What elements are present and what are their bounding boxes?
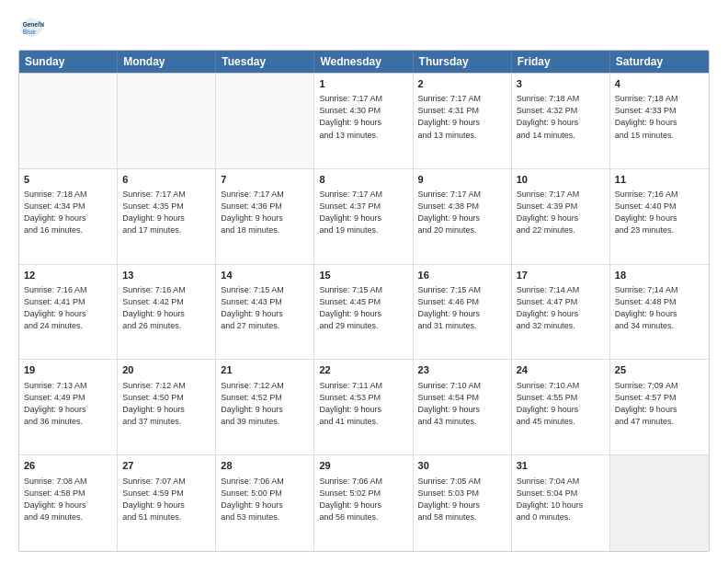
calendar-cell: 31Sunrise: 7:04 AM Sunset: 5:04 PM Dayli…	[512, 455, 610, 551]
calendar-cell: 3Sunrise: 7:18 AM Sunset: 4:32 PM Daylig…	[512, 74, 610, 168]
day-details: Sunrise: 7:10 AM Sunset: 4:55 PM Dayligh…	[517, 380, 605, 428]
day-details: Sunrise: 7:16 AM Sunset: 4:40 PM Dayligh…	[615, 189, 704, 236]
calendar-cell: 10Sunrise: 7:17 AM Sunset: 4:39 PM Dayli…	[512, 169, 610, 264]
calendar-cell	[610, 455, 709, 551]
calendar-cell: 23Sunrise: 7:10 AM Sunset: 4:54 PM Dayli…	[414, 360, 512, 454]
header-cell-saturday: Saturday	[610, 51, 709, 73]
day-number: 7	[221, 173, 309, 187]
calendar-cell: 26Sunrise: 7:08 AM Sunset: 4:58 PM Dayli…	[19, 455, 118, 551]
day-details: Sunrise: 7:14 AM Sunset: 4:47 PM Dayligh…	[517, 284, 605, 332]
page: General Blue SundayMondayTuesdayWednesda…	[0, 0, 728, 563]
day-details: Sunrise: 7:09 AM Sunset: 4:57 PM Dayligh…	[615, 380, 704, 428]
header-cell-sunday: Sunday	[19, 51, 118, 73]
day-details: Sunrise: 7:18 AM Sunset: 4:34 PM Dayligh…	[24, 189, 112, 236]
day-details: Sunrise: 7:11 AM Sunset: 4:53 PM Dayligh…	[319, 380, 407, 428]
day-details: Sunrise: 7:17 AM Sunset: 4:31 PM Dayligh…	[418, 93, 506, 141]
header-cell-tuesday: Tuesday	[216, 51, 314, 73]
day-details: Sunrise: 7:17 AM Sunset: 4:35 PM Dayligh…	[122, 189, 210, 236]
day-number: 26	[24, 459, 112, 473]
calendar-cell: 12Sunrise: 7:16 AM Sunset: 4:41 PM Dayli…	[19, 265, 118, 360]
day-number: 15	[319, 269, 407, 282]
calendar-cell: 15Sunrise: 7:15 AM Sunset: 4:45 PM Dayli…	[314, 265, 413, 360]
calendar-cell: 14Sunrise: 7:15 AM Sunset: 4:43 PM Dayli…	[216, 265, 314, 360]
calendar-row-2: 12Sunrise: 7:16 AM Sunset: 4:41 PM Dayli…	[19, 265, 709, 361]
day-number: 6	[122, 173, 210, 187]
calendar-cell: 4Sunrise: 7:18 AM Sunset: 4:33 PM Daylig…	[610, 74, 709, 168]
header-cell-wednesday: Wednesday	[314, 51, 413, 73]
day-number: 29	[319, 459, 407, 473]
day-details: Sunrise: 7:15 AM Sunset: 4:45 PM Dayligh…	[319, 284, 407, 332]
day-number: 3	[517, 77, 605, 91]
logo-icon: General Blue	[18, 15, 44, 40]
day-number: 8	[319, 173, 407, 187]
calendar-cell	[19, 74, 118, 168]
calendar-cell	[118, 74, 216, 168]
header: General Blue	[18, 15, 710, 40]
svg-text:Blue: Blue	[23, 29, 36, 35]
day-details: Sunrise: 7:17 AM Sunset: 4:30 PM Dayligh…	[319, 93, 407, 141]
day-number: 16	[418, 269, 506, 282]
day-number: 14	[221, 269, 309, 282]
day-details: Sunrise: 7:15 AM Sunset: 4:43 PM Dayligh…	[221, 284, 309, 332]
day-details: Sunrise: 7:16 AM Sunset: 4:42 PM Dayligh…	[122, 284, 210, 332]
day-details: Sunrise: 7:06 AM Sunset: 5:02 PM Dayligh…	[319, 476, 407, 523]
day-number: 4	[615, 77, 704, 91]
day-number: 2	[418, 77, 506, 91]
day-details: Sunrise: 7:05 AM Sunset: 5:03 PM Dayligh…	[418, 476, 506, 523]
day-number: 27	[122, 459, 210, 473]
day-details: Sunrise: 7:18 AM Sunset: 4:32 PM Dayligh…	[517, 93, 605, 141]
day-number: 31	[517, 459, 605, 473]
calendar-cell: 8Sunrise: 7:17 AM Sunset: 4:37 PM Daylig…	[314, 169, 413, 264]
day-details: Sunrise: 7:17 AM Sunset: 4:36 PM Dayligh…	[221, 189, 309, 236]
calendar-cell: 13Sunrise: 7:16 AM Sunset: 4:42 PM Dayli…	[118, 265, 216, 360]
day-number: 23	[418, 363, 506, 377]
calendar: SundayMondayTuesdayWednesdayThursdayFrid…	[18, 50, 710, 552]
day-number: 1	[319, 77, 407, 91]
day-details: Sunrise: 7:04 AM Sunset: 5:04 PM Dayligh…	[517, 476, 605, 523]
calendar-cell: 19Sunrise: 7:13 AM Sunset: 4:49 PM Dayli…	[19, 360, 118, 454]
calendar-header: SundayMondayTuesdayWednesdayThursdayFrid…	[19, 51, 709, 73]
logo: General Blue	[18, 15, 48, 40]
day-number: 11	[615, 173, 704, 187]
day-number: 25	[615, 363, 704, 377]
day-details: Sunrise: 7:18 AM Sunset: 4:33 PM Dayligh…	[615, 93, 704, 141]
day-number: 21	[221, 363, 309, 377]
calendar-cell: 30Sunrise: 7:05 AM Sunset: 5:03 PM Dayli…	[414, 455, 512, 551]
calendar-cell: 11Sunrise: 7:16 AM Sunset: 4:40 PM Dayli…	[610, 169, 709, 264]
day-number: 28	[221, 459, 309, 473]
calendar-row-0: 1Sunrise: 7:17 AM Sunset: 4:30 PM Daylig…	[19, 74, 709, 169]
calendar-row-3: 19Sunrise: 7:13 AM Sunset: 4:49 PM Dayli…	[19, 360, 709, 455]
calendar-cell: 7Sunrise: 7:17 AM Sunset: 4:36 PM Daylig…	[216, 169, 314, 264]
day-number: 24	[517, 363, 605, 377]
day-number: 19	[24, 363, 112, 377]
calendar-cell: 5Sunrise: 7:18 AM Sunset: 4:34 PM Daylig…	[19, 169, 118, 264]
calendar-cell: 20Sunrise: 7:12 AM Sunset: 4:50 PM Dayli…	[118, 360, 216, 454]
calendar-cell: 17Sunrise: 7:14 AM Sunset: 4:47 PM Dayli…	[512, 265, 610, 360]
day-number: 10	[517, 173, 605, 187]
header-cell-monday: Monday	[118, 51, 216, 73]
calendar-row-4: 26Sunrise: 7:08 AM Sunset: 4:58 PM Dayli…	[19, 455, 709, 551]
calendar-cell: 21Sunrise: 7:12 AM Sunset: 4:52 PM Dayli…	[216, 360, 314, 454]
calendar-cell: 27Sunrise: 7:07 AM Sunset: 4:59 PM Dayli…	[118, 455, 216, 551]
calendar-cell: 1Sunrise: 7:17 AM Sunset: 4:30 PM Daylig…	[314, 74, 413, 168]
calendar-cell: 28Sunrise: 7:06 AM Sunset: 5:00 PM Dayli…	[216, 455, 314, 551]
calendar-cell: 25Sunrise: 7:09 AM Sunset: 4:57 PM Dayli…	[610, 360, 709, 454]
day-number: 22	[319, 363, 407, 377]
day-number: 20	[122, 363, 210, 377]
calendar-cell: 16Sunrise: 7:15 AM Sunset: 4:46 PM Dayli…	[414, 265, 512, 360]
day-number: 5	[24, 173, 112, 187]
day-details: Sunrise: 7:17 AM Sunset: 4:37 PM Dayligh…	[319, 189, 407, 236]
day-details: Sunrise: 7:14 AM Sunset: 4:48 PM Dayligh…	[615, 284, 704, 332]
calendar-cell: 29Sunrise: 7:06 AM Sunset: 5:02 PM Dayli…	[314, 455, 413, 551]
day-details: Sunrise: 7:10 AM Sunset: 4:54 PM Dayligh…	[418, 380, 506, 428]
day-number: 9	[418, 173, 506, 187]
calendar-body: 1Sunrise: 7:17 AM Sunset: 4:30 PM Daylig…	[19, 73, 709, 551]
day-number: 30	[418, 459, 506, 473]
calendar-cell: 22Sunrise: 7:11 AM Sunset: 4:53 PM Dayli…	[314, 360, 413, 454]
day-number: 12	[24, 269, 112, 282]
day-details: Sunrise: 7:13 AM Sunset: 4:49 PM Dayligh…	[24, 380, 112, 428]
day-details: Sunrise: 7:06 AM Sunset: 5:00 PM Dayligh…	[221, 476, 309, 523]
calendar-cell	[216, 74, 314, 168]
calendar-cell: 6Sunrise: 7:17 AM Sunset: 4:35 PM Daylig…	[118, 169, 216, 264]
calendar-cell: 18Sunrise: 7:14 AM Sunset: 4:48 PM Dayli…	[610, 265, 709, 360]
